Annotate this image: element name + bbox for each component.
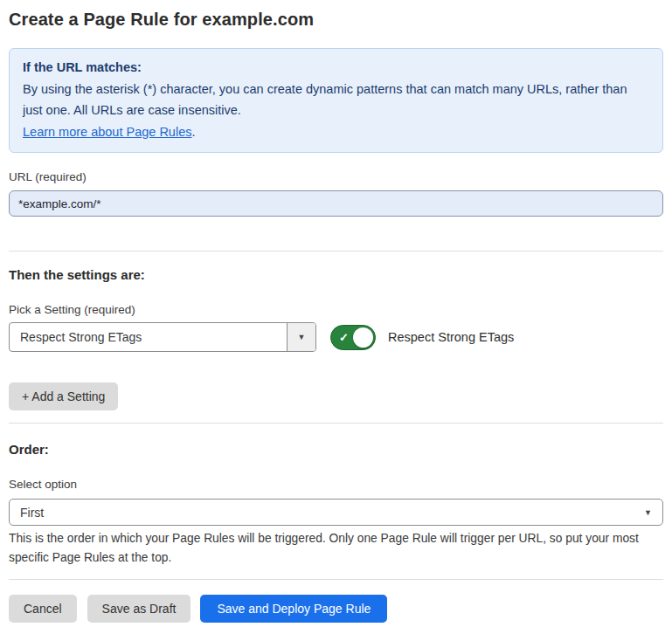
toggle-label: Respect Strong ETags xyxy=(388,330,514,344)
link-suffix: . xyxy=(191,125,195,139)
chevron-down-icon: ▼ xyxy=(298,333,306,341)
save-and-deploy-button[interactable]: Save and Deploy Page Rule xyxy=(200,595,387,623)
cancel-button[interactable]: Cancel xyxy=(9,595,77,623)
settings-section-heading: Then the settings are: xyxy=(9,267,663,283)
footer-actions: Cancel Save as Draft Save and Deploy Pag… xyxy=(9,595,663,623)
section-divider xyxy=(9,251,663,251)
footer-divider xyxy=(9,579,663,580)
url-matches-info-box: If the URL matches: By using the asteris… xyxy=(9,48,663,153)
page-title: Create a Page Rule for example.com xyxy=(9,0,663,30)
info-box-link-line: Learn more about Page Rules. xyxy=(23,121,649,143)
order-select-label: Select option xyxy=(9,478,663,492)
order-select-value: First xyxy=(20,506,44,520)
setting-select[interactable]: Respect Strong ETags ▼ xyxy=(9,322,316,352)
info-box-heading: If the URL matches: xyxy=(23,57,649,79)
setting-select-arrow-button[interactable]: ▼ xyxy=(287,323,315,351)
url-field-label: URL (required) xyxy=(9,170,663,184)
add-setting-button[interactable]: + Add a Setting xyxy=(9,382,118,410)
order-section-heading: Order: xyxy=(9,442,663,458)
respect-strong-etags-toggle[interactable]: ✓ xyxy=(330,325,376,350)
check-icon: ✓ xyxy=(339,332,349,343)
section-divider xyxy=(9,423,663,424)
toggle-knob xyxy=(353,327,373,348)
setting-select-value: Respect Strong ETags xyxy=(10,323,287,351)
pick-setting-label: Pick a Setting (required) xyxy=(9,303,663,317)
page-rule-form: Create a Page Rule for example.com If th… xyxy=(9,0,663,623)
setting-row: Respect Strong ETags ▼ ✓ Respect Strong … xyxy=(9,322,663,352)
save-as-draft-button[interactable]: Save as Draft xyxy=(87,595,191,623)
learn-more-link[interactable]: Learn more about Page Rules xyxy=(23,125,191,139)
url-input[interactable] xyxy=(9,190,663,217)
order-help-text: This is the order in which your Page Rul… xyxy=(9,529,663,568)
chevron-down-icon: ▼ xyxy=(644,508,652,517)
info-box-body: By using the asterisk (*) character, you… xyxy=(23,79,649,121)
order-select[interactable]: First ▼ xyxy=(9,499,663,526)
